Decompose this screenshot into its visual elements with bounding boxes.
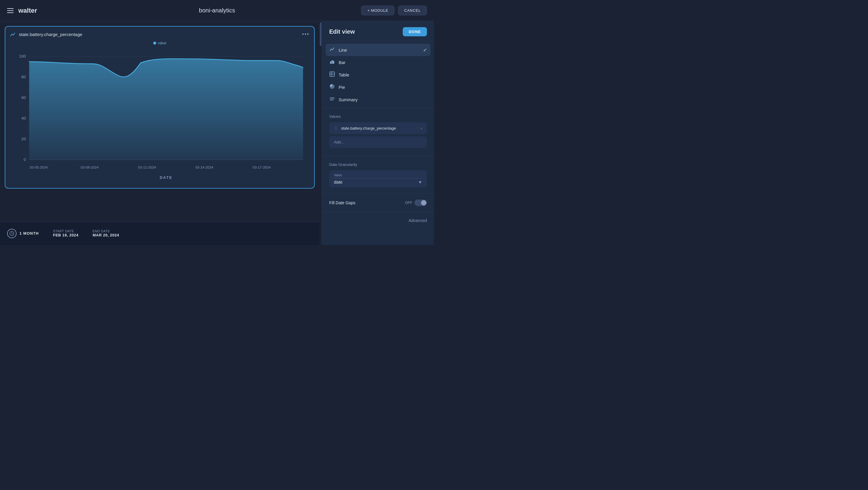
bar-chart-icon: [329, 59, 335, 65]
clock-icon: [7, 229, 17, 238]
chart-type-table-label: Table: [339, 72, 349, 77]
svg-rect-22: [330, 61, 331, 64]
dots-menu[interactable]: •••: [302, 31, 309, 37]
end-date-value: MAR 20, 2024: [93, 233, 119, 237]
chart-type-bar[interactable]: Bar: [326, 56, 430, 68]
chart-title: state.battery.charge_percentage: [19, 32, 82, 37]
svg-rect-23: [332, 60, 333, 64]
header-actions: + MODULE CANCEL: [361, 6, 427, 16]
toggle-state-label: OFF: [405, 201, 412, 205]
bottom-bar: 1 MONTH Start Date FEB 19, 2024 End Date…: [0, 221, 319, 245]
start-date-value: FEB 19, 2024: [53, 233, 79, 237]
main-area: state.battery.charge_percentage ••• valu…: [0, 21, 319, 221]
pie-icon: [329, 84, 335, 90]
svg-text:100: 100: [19, 54, 26, 58]
svg-line-21: [12, 234, 13, 234]
line-chart-icon: [329, 47, 335, 53]
dashboard-name: boni-analytics: [199, 7, 235, 14]
chart-type-bar-label: Bar: [339, 60, 345, 65]
svg-text:03-11-2024: 03-11-2024: [138, 165, 156, 169]
svg-text:03-08-2024: 03-08-2024: [81, 165, 99, 169]
end-date-field: End Date MAR 20, 2024: [93, 229, 119, 237]
done-button[interactable]: DONE: [403, 27, 427, 36]
svg-text:03-17-2024: 03-17-2024: [253, 165, 271, 169]
chart-type-line-label: Line: [339, 48, 347, 53]
time-range: 1 MONTH: [7, 229, 39, 238]
chart-type-line[interactable]: Line ✓: [326, 44, 430, 56]
select-value-row: date ▼: [334, 180, 422, 184]
chart-svg: 100 80 60 40 20 0: [10, 48, 309, 183]
value-item[interactable]: ⋮ state.battery.charge_percentage ›: [329, 122, 427, 134]
chart-type-summary-label: Summary: [339, 97, 358, 102]
chart-type-summary[interactable]: Summary: [326, 93, 430, 106]
svg-text:40: 40: [21, 116, 26, 120]
chart-line-icon: [10, 32, 16, 37]
chart-header: state.battery.charge_percentage •••: [10, 31, 309, 37]
chevron-down-icon: ▼: [418, 180, 422, 184]
legend-label: value: [158, 41, 166, 45]
chart-legend: value: [10, 41, 309, 45]
fill-date-gaps-label: Fill Date Gaps: [329, 201, 355, 205]
module-button[interactable]: + MODULE: [361, 6, 395, 16]
svg-text:60: 60: [21, 95, 26, 99]
svg-text:20: 20: [21, 137, 26, 141]
chart-type-pie-label: Pie: [339, 85, 345, 90]
values-section: Values ⋮ state.battery.charge_percentage…: [322, 108, 434, 156]
fill-date-gaps-section: Fill Date Gaps OFF: [322, 194, 434, 212]
end-date-label: End Date: [93, 229, 119, 233]
svg-text:03-05-2024: 03-05-2024: [30, 165, 48, 169]
date-granularity-select[interactable]: Value date ▼: [329, 170, 427, 187]
main-layout: state.battery.charge_percentage ••• valu…: [0, 21, 434, 245]
advanced-link[interactable]: Advanced: [409, 218, 427, 223]
chart-container: 100 80 60 40 20 0: [10, 48, 309, 183]
scroll-thumb[interactable]: [320, 23, 321, 46]
fill-date-gaps-toggle[interactable]: [414, 200, 427, 206]
date-granularity-label: Date Granularity: [329, 162, 427, 167]
select-divider: [334, 178, 422, 178]
chart-type-pie[interactable]: Pie: [326, 81, 430, 93]
date-gran-sublabel: Value: [334, 173, 422, 177]
values-label: Values: [329, 114, 427, 119]
legend-item: value: [153, 41, 166, 45]
svg-text:03-14-2024: 03-14-2024: [195, 165, 213, 169]
svg-rect-25: [330, 72, 335, 76]
chart-card: state.battery.charge_percentage ••• valu…: [5, 26, 315, 189]
toggle-knob: [421, 200, 426, 206]
hamburger-icon[interactable]: [7, 8, 13, 13]
legend-dot: [153, 42, 156, 44]
toggle-wrap: OFF: [405, 200, 427, 206]
table-icon: [329, 71, 335, 78]
svg-text:80: 80: [21, 75, 26, 79]
svg-text:DATE: DATE: [160, 176, 173, 180]
scroll-track: [319, 21, 322, 245]
chart-type-table[interactable]: Table: [326, 68, 430, 81]
start-date-field: Start Date FEB 19, 2024: [53, 229, 79, 237]
summary-icon: [329, 96, 335, 103]
cancel-button[interactable]: CANCEL: [398, 6, 427, 16]
chart-title-row: state.battery.charge_percentage: [10, 32, 82, 37]
right-panel: Edit view DONE Line ✓: [322, 21, 434, 245]
chevron-right-icon: ›: [421, 126, 422, 130]
panel-header: Edit view DONE: [322, 21, 434, 41]
value-item-left: ⋮ state.battery.charge_percentage: [334, 126, 396, 130]
svg-rect-24: [333, 61, 334, 64]
drag-handle-icon: ⋮: [334, 126, 338, 130]
panel-title: Edit view: [329, 28, 355, 35]
advanced-section: Advanced: [322, 212, 434, 229]
date-gran-value: date: [334, 180, 342, 184]
value-name: state.battery.charge_percentage: [341, 126, 396, 130]
time-range-label: 1 MONTH: [20, 231, 39, 236]
start-date-label: Start Date: [53, 229, 79, 233]
app-title: walter: [18, 7, 37, 14]
add-button[interactable]: Add...: [329, 136, 427, 148]
chart-type-list: Line ✓ Bar: [322, 41, 434, 108]
svg-text:0: 0: [24, 157, 26, 161]
check-icon: ✓: [423, 47, 427, 53]
top-header: walter boni-analytics + MODULE CANCEL: [0, 0, 434, 21]
date-granularity-section: Date Granularity Value date ▼: [322, 156, 434, 194]
